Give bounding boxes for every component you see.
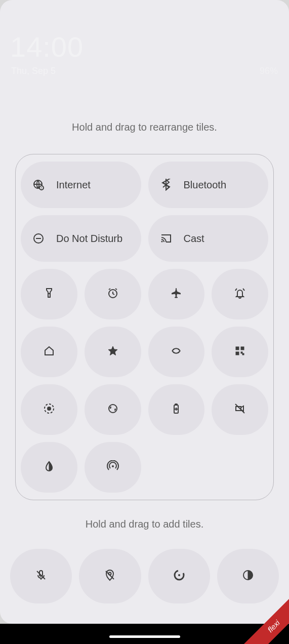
tile-alarm[interactable]	[85, 269, 141, 319]
tile-dnd-label: Do Not Disturb	[56, 233, 141, 245]
invert-icon	[43, 460, 55, 474]
svg-rect-10	[236, 352, 239, 355]
rotate-icon	[170, 345, 182, 359]
tile-ring[interactable]	[212, 269, 268, 319]
tile-autorotate[interactable]	[148, 327, 205, 377]
tile-locationoff[interactable]	[79, 549, 141, 603]
tile-hotspot[interactable]	[85, 442, 141, 493]
tile-airplane[interactable]	[148, 269, 205, 319]
lock-battery: 96%	[260, 66, 278, 76]
bell-ring-icon	[234, 287, 246, 301]
dnd-icon	[21, 232, 56, 245]
available-tiles-container	[10, 549, 279, 603]
tile-qrscan[interactable]	[212, 327, 268, 377]
tile-cast-label: Cast	[184, 233, 269, 245]
tile-batterysaver[interactable]	[148, 384, 205, 435]
tile-darktheme[interactable]	[217, 549, 279, 603]
dark-theme-icon	[242, 569, 254, 583]
gesture-handle[interactable]	[109, 635, 180, 638]
tile-internet[interactable]: ? Internet	[21, 162, 141, 208]
tile-datasaver[interactable]	[148, 549, 210, 603]
sync-icon	[107, 402, 119, 417]
svg-rect-8	[236, 347, 239, 350]
svg-rect-12	[242, 353, 244, 355]
home-icon	[43, 345, 55, 359]
svg-point-25	[178, 574, 180, 576]
hint-add: Hold and drag to add tiles.	[0, 518, 289, 530]
tile-cast[interactable]: Cast	[148, 215, 269, 262]
svg-point-15	[109, 405, 117, 413]
tile-bluetooth[interactable]: Bluetooth	[148, 162, 269, 208]
qs-edit-screen: 14:00 Thu, Sep 5 96% Hold and drag to re…	[0, 0, 289, 624]
tile-micoff[interactable]	[10, 549, 72, 603]
tile-flashlight[interactable]	[21, 269, 77, 319]
record-icon	[43, 402, 55, 417]
tile-favorite[interactable]	[85, 327, 141, 377]
lock-time: 14:00	[10, 30, 84, 63]
tile-bluetooth-label: Bluetooth	[184, 179, 269, 191]
star-icon	[107, 345, 119, 359]
tile-home[interactable]	[21, 327, 77, 377]
tile-cameraoff[interactable]	[212, 384, 268, 435]
battery-plus-icon	[170, 402, 182, 417]
hint-rearrange: Hold and drag to rearrange tiles.	[0, 122, 289, 133]
svg-rect-17	[175, 404, 177, 405]
svg-point-14	[47, 407, 51, 411]
tile-screenrecord[interactable]	[21, 384, 77, 435]
hotspot-icon	[107, 460, 119, 474]
camera-off-icon	[234, 402, 246, 417]
bluetooth-icon	[148, 179, 184, 191]
alarm-icon	[107, 287, 119, 301]
lock-date: Thu, Sep 5	[11, 66, 56, 76]
mic-off-icon	[35, 569, 47, 583]
tile-invert[interactable]	[21, 442, 77, 493]
cast-icon	[148, 232, 184, 245]
globe-question-icon: ?	[21, 179, 56, 191]
svg-point-5	[161, 241, 162, 243]
tile-sync[interactable]	[85, 384, 141, 435]
location-off-icon	[104, 569, 116, 583]
active-tiles-container: ? Internet Bluetooth Do Not Disturb	[15, 154, 274, 500]
flashlight-icon	[43, 287, 55, 301]
system-navbar	[0, 624, 289, 644]
svg-point-19	[112, 465, 114, 467]
datasaver-icon	[173, 569, 185, 583]
tile-internet-label: Internet	[56, 179, 141, 191]
airplane-icon	[170, 287, 182, 301]
qr-icon	[234, 345, 246, 359]
tile-dnd[interactable]: Do Not Disturb	[21, 215, 141, 262]
svg-rect-9	[241, 347, 244, 350]
